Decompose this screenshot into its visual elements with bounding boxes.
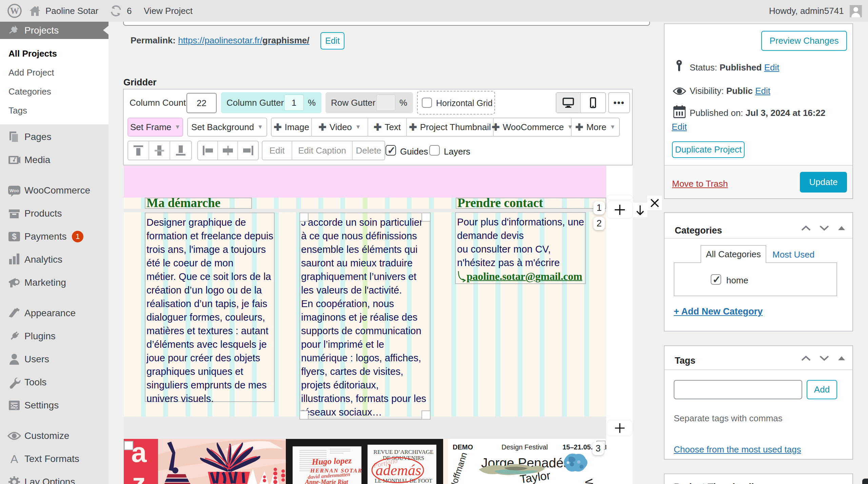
svg-text:z: z <box>132 467 146 484</box>
svg-text:W: W <box>10 6 19 16</box>
svg-text:Hugo lopez: Hugo lopez <box>311 456 352 466</box>
svg-text:DEMO: DEMO <box>453 443 473 451</box>
svg-text:a: a <box>131 439 147 468</box>
svg-text:REVUE D’ARCHIVAGE: REVUE D’ARCHIVAGE <box>374 449 434 455</box>
svg-text:Design Festival: Design Festival <box>501 443 548 451</box>
svg-text:Anne-Marie Riat: Anne-Marie Riat <box>305 479 349 484</box>
svg-text:$: $ <box>12 232 17 241</box>
svg-text:además: además <box>376 462 421 479</box>
svg-text:Woo: Woo <box>9 188 19 193</box>
